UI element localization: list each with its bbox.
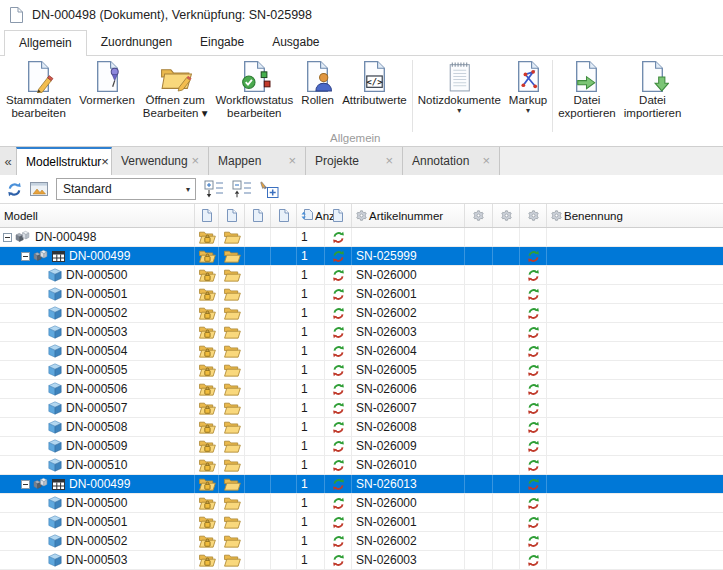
column-gear-2[interactable]: [493, 204, 520, 227]
column-gear-3[interactable]: [520, 204, 547, 227]
datei-exportieren-button[interactable]: Dateiexportieren: [554, 58, 620, 132]
folder-lock-icon: [198, 553, 216, 567]
artikelnummer-cell: SN-026003: [352, 323, 465, 341]
sync-cell-2: [520, 266, 547, 284]
sync-cell-2: [520, 285, 547, 303]
svg-text:</>: </>: [367, 76, 383, 86]
model-label: DN-000504: [66, 344, 127, 358]
column-doc-1[interactable]: [195, 204, 219, 227]
edit-add-button[interactable]: [260, 181, 279, 198]
stammdaten-bearbeiten-button[interactable]: Stammdatenbearbeiten: [2, 58, 75, 132]
expander-minus-icon[interactable]: [21, 480, 30, 489]
folder-lock-icon: [198, 401, 216, 415]
notizdokumente-button[interactable]: Notizdokumente▾: [414, 58, 505, 132]
artikelnummer-cell: [352, 228, 465, 246]
tree-row[interactable]: DN-0005081SN-026008: [0, 418, 723, 437]
datei-importieren-button[interactable]: Dateiimportieren: [620, 58, 686, 132]
column-artikelnummer[interactable]: Artikelnummer: [352, 204, 465, 227]
markup-button[interactable]: Markup▾: [505, 58, 551, 132]
tab-mappen[interactable]: Mappen×: [209, 147, 306, 175]
close-tab-icon[interactable]: ×: [482, 156, 490, 166]
folder-lock-icon: [198, 249, 216, 263]
tree-row[interactable]: DN-0004991SN-025999: [0, 247, 723, 266]
folder-open-icon: [223, 306, 241, 320]
sync-icon: [527, 440, 540, 453]
workflowstatus-bearbeiten-button[interactable]: Workflowstatusbearbeiten: [211, 58, 297, 132]
stammdaten-bearbeiten-button-label: Stammdatenbearbeiten: [6, 94, 71, 120]
tree-row[interactable]: DN-0005031SN-026003: [0, 323, 723, 342]
refresh-button[interactable]: [7, 182, 22, 197]
column-modell[interactable]: Modell: [0, 204, 195, 227]
tree-row[interactable]: DN-0005071SN-026007: [0, 399, 723, 418]
close-tab-icon[interactable]: ×: [385, 156, 393, 166]
view-report-button[interactable]: [30, 182, 48, 197]
sync-cell-2: [520, 494, 547, 512]
column-doc-2[interactable]: [219, 204, 245, 227]
sync-icon: [332, 554, 345, 567]
open-folder-cell: [219, 304, 245, 322]
tree-row[interactable]: DN-0005051SN-026005: [0, 361, 723, 380]
ribbon-group-separator: [552, 60, 553, 132]
close-tab-icon[interactable]: ×: [288, 156, 296, 166]
checked-out-cell: [195, 513, 219, 531]
anz-cell: 1: [297, 399, 325, 417]
tree-row[interactable]: DN-0005101SN-026010: [0, 456, 723, 475]
tree-row[interactable]: DN-0005011SN-026001: [0, 513, 723, 532]
gear-cell: [493, 418, 520, 436]
notizdokumente-button-label: Notizdokumente▾: [418, 94, 501, 115]
tree-row[interactable]: DN-0005041SN-026004: [0, 342, 723, 361]
doc-markup-icon: [512, 59, 545, 93]
tab-verwendung[interactable]: Verwendung×: [112, 147, 209, 175]
column-benennung[interactable]: Benennung: [547, 204, 723, 227]
doc-pencil-icon: [22, 59, 55, 93]
attributwerte-button[interactable]: </>Attributwerte: [338, 58, 411, 132]
tab-projekte[interactable]: Projekte×: [306, 147, 403, 175]
rollen-button[interactable]: Rollen: [297, 58, 338, 132]
column-anz[interactable]: Anz: [297, 204, 325, 227]
vormerken-button[interactable]: Vormerken: [75, 58, 139, 132]
tree-row[interactable]: DN-0005091SN-026009: [0, 437, 723, 456]
tree-row[interactable]: DN-0005011SN-026001: [0, 285, 723, 304]
checked-out-cell: [195, 361, 219, 379]
ribbon-tab-allgemein[interactable]: Allgemein: [4, 30, 87, 56]
collapse-all-button[interactable]: [232, 180, 252, 198]
benennung-cell: [547, 399, 723, 417]
column-doc-4[interactable]: [271, 204, 297, 227]
tree-row[interactable]: DN-0004991SN-026013: [0, 475, 723, 494]
tree-row[interactable]: DN-0005001SN-026000: [0, 266, 723, 285]
sync-icon: [332, 364, 345, 377]
tree-row[interactable]: DN-0005001SN-026000: [0, 494, 723, 513]
folder-lock-icon: [198, 230, 216, 244]
tree-row[interactable]: DN-0005031SN-026003: [0, 551, 723, 570]
tree-row[interactable]: DN-0005021SN-026002: [0, 532, 723, 551]
expander-minus-icon[interactable]: [21, 252, 30, 261]
column-doc-5[interactable]: [325, 204, 352, 227]
tab-modellstruktur[interactable]: Modellstruktur×: [16, 147, 112, 175]
folder-open-icon: [223, 496, 241, 510]
tree-row[interactable]: DN-0005021SN-026002: [0, 304, 723, 323]
tab-annotation[interactable]: Annotation×: [403, 147, 500, 175]
tree-row[interactable]: DN-0005061SN-026006: [0, 380, 723, 399]
ribbon-tab-zuordnungen[interactable]: Zuordnungen: [87, 30, 186, 55]
expander-minus-icon[interactable]: [3, 233, 12, 242]
view-selector[interactable]: Standard▾: [56, 178, 196, 200]
ribbon-tab-ausgabe[interactable]: Ausgabe: [258, 30, 333, 55]
sync-cell-2: [520, 304, 547, 322]
column-gear-1[interactable]: [465, 204, 493, 227]
close-tab-icon[interactable]: ×: [101, 157, 109, 167]
folder-lock-icon: [198, 496, 216, 510]
expand-all-button[interactable]: [204, 180, 224, 198]
cube-icon: [48, 306, 62, 320]
tree-row[interactable]: DN-0004981: [0, 228, 723, 247]
sync-cell: [325, 475, 352, 493]
ribbon-tab-eingabe[interactable]: Eingabe: [186, 30, 258, 55]
close-tab-icon[interactable]: ×: [191, 156, 199, 166]
sync-cell: [325, 266, 352, 284]
sync-cell: [325, 494, 352, 512]
column-doc-3[interactable]: [245, 204, 271, 227]
gear-cell: [493, 228, 520, 246]
page-icon: [333, 209, 343, 222]
assembly-icon: [15, 230, 31, 244]
scroll-tabs-button[interactable]: «: [0, 147, 16, 175]
oeffnen-zum-bearbeiten-button[interactable]: Öffnen zumBearbeiten ▾: [139, 58, 212, 132]
